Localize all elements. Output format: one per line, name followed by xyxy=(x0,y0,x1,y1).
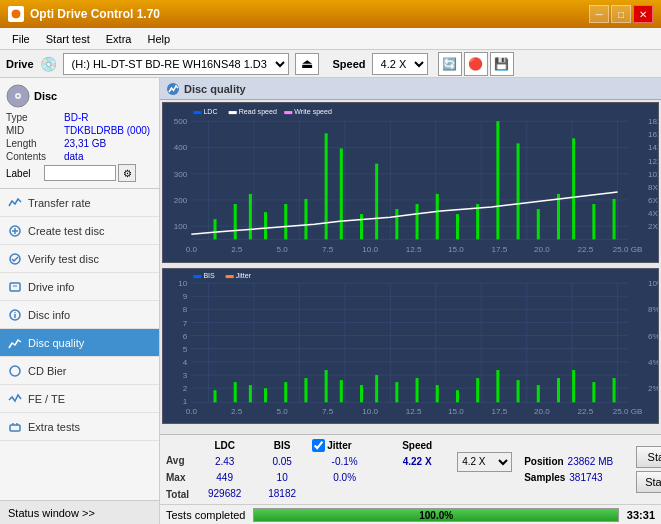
disc-mid-row: MID TDKBLDRBB (000) xyxy=(6,125,153,136)
start-full-button[interactable]: Start full xyxy=(636,446,661,468)
svg-rect-137 xyxy=(249,385,252,402)
sidebar-item-transfer-rate[interactable]: Transfer rate xyxy=(0,189,159,217)
svg-text:7.5: 7.5 xyxy=(322,407,334,416)
disc-mid-value: TDKBLDRBB (000) xyxy=(64,125,150,136)
sidebar-item-fe-te[interactable]: FE / TE xyxy=(0,385,159,413)
svg-text:10.0: 10.0 xyxy=(362,246,378,255)
svg-rect-157 xyxy=(193,275,201,278)
speed-select[interactable]: 4.2 X xyxy=(372,53,428,75)
disc-label-key: Label xyxy=(6,168,44,179)
svg-rect-152 xyxy=(537,385,540,402)
svg-rect-149 xyxy=(476,378,479,402)
speed-quality-select[interactable]: 4.2 X xyxy=(457,452,512,472)
svg-point-13 xyxy=(10,366,20,376)
svg-text:14X: 14X xyxy=(648,143,658,152)
menu-extra[interactable]: Extra xyxy=(98,31,140,47)
svg-text:0.0: 0.0 xyxy=(186,246,198,255)
svg-text:1: 1 xyxy=(183,397,188,406)
disc-mid-label: MID xyxy=(6,125,64,136)
svg-text:10: 10 xyxy=(178,279,187,288)
ldc-col-header: LDC xyxy=(214,438,235,454)
minimize-button[interactable]: ─ xyxy=(589,5,609,23)
position-label: Position xyxy=(524,456,563,467)
start-part-button[interactable]: Start part xyxy=(636,471,661,493)
svg-text:17.5: 17.5 xyxy=(492,407,508,416)
menu-help[interactable]: Help xyxy=(139,31,178,47)
sidebar-item-disc-info[interactable]: Disc info xyxy=(0,301,159,329)
drive-icon: 💿 xyxy=(40,56,57,72)
sidebar-item-cd-bier[interactable]: CD Bier xyxy=(0,357,159,385)
transfer-rate-icon xyxy=(8,196,22,210)
disc-label-button[interactable]: ⚙ xyxy=(118,164,136,182)
disc-type-value: BD-R xyxy=(64,112,88,123)
bis-chart-wrapper: 10 9 8 7 6 5 4 3 2 1 0.0 2.5 5.0 xyxy=(162,268,659,432)
sidebar-item-verify-test-disc[interactable]: Verify test disc xyxy=(0,245,159,273)
sidebar-label-disc-quality: Disc quality xyxy=(28,337,84,349)
svg-rect-135 xyxy=(214,390,217,402)
nav-section: Transfer rate Create test disc Verify te… xyxy=(0,189,159,500)
toolbar: 🔄 🔴 💾 xyxy=(438,52,514,76)
svg-text:6%: 6% xyxy=(648,332,658,341)
charts-area: 500 400 300 200 100 0.0 2.5 5.0 7.5 10.0… xyxy=(160,100,661,434)
bis-avg: 0.05 xyxy=(272,454,291,470)
disc-label-input[interactable] xyxy=(44,165,116,181)
svg-rect-74 xyxy=(476,204,479,239)
status-window-button[interactable]: Status window >> xyxy=(0,500,159,524)
svg-text:3: 3 xyxy=(183,371,188,380)
disc-type-label: Type xyxy=(6,112,64,123)
ldc-chart: 500 400 300 200 100 0.0 2.5 5.0 7.5 10.0… xyxy=(162,102,659,263)
sidebar-item-create-test-disc[interactable]: Create test disc xyxy=(0,217,159,245)
disc-panel-title: Disc xyxy=(34,90,57,102)
sidebar-label-extra-tests: Extra tests xyxy=(28,421,80,433)
stats-section: Avg Max Total LDC 2.43 449 929682 BIS 0.… xyxy=(160,434,661,504)
svg-text:0.0: 0.0 xyxy=(186,407,198,416)
svg-text:5: 5 xyxy=(183,345,188,354)
svg-point-12 xyxy=(14,311,15,312)
svg-text:12X: 12X xyxy=(648,157,658,166)
svg-rect-142 xyxy=(340,380,343,402)
toolbar-btn-2[interactable]: 🔴 xyxy=(464,52,488,76)
close-button[interactable]: ✕ xyxy=(633,5,653,23)
samples-label: Samples xyxy=(524,472,565,483)
toolbar-btn-3[interactable]: 💾 xyxy=(490,52,514,76)
app-icon xyxy=(8,6,24,22)
status-text: Tests completed xyxy=(166,509,245,521)
drive-info-icon xyxy=(8,280,22,294)
menu-file[interactable]: File xyxy=(4,31,38,47)
svg-rect-65 xyxy=(304,199,307,239)
cd-bier-icon xyxy=(8,364,22,378)
max-label: Max xyxy=(166,470,189,486)
fe-te-icon xyxy=(8,392,22,406)
svg-text:2.5: 2.5 xyxy=(231,246,243,255)
jitter-checkbox[interactable] xyxy=(312,439,325,452)
svg-rect-139 xyxy=(284,382,287,402)
eject-button[interactable]: ⏏ xyxy=(295,53,319,75)
drive-select[interactable]: (H:) HL-DT-ST BD-RE WH16NS48 1.D3 xyxy=(63,53,289,75)
svg-text:8X: 8X xyxy=(648,183,658,192)
sidebar-item-disc-quality[interactable]: Disc quality xyxy=(0,329,159,357)
maximize-button[interactable]: □ xyxy=(611,5,631,23)
menu-start-test[interactable]: Start test xyxy=(38,31,98,47)
svg-rect-159 xyxy=(226,275,234,278)
sidebar-item-extra-tests[interactable]: Extra tests xyxy=(0,413,159,441)
sidebar-label-cd-bier: CD Bier xyxy=(28,365,67,377)
svg-rect-84 xyxy=(229,111,237,114)
toolbar-btn-1[interactable]: 🔄 xyxy=(438,52,462,76)
svg-rect-136 xyxy=(234,382,237,402)
svg-rect-62 xyxy=(249,194,252,239)
svg-rect-143 xyxy=(360,385,363,402)
svg-text:12.5: 12.5 xyxy=(406,407,422,416)
svg-text:200: 200 xyxy=(174,196,188,205)
ldc-chart-svg: 500 400 300 200 100 0.0 2.5 5.0 7.5 10.0… xyxy=(163,103,658,260)
svg-rect-147 xyxy=(436,385,439,402)
svg-text:8%: 8% xyxy=(648,305,658,314)
svg-rect-146 xyxy=(416,378,419,402)
svg-text:20.0: 20.0 xyxy=(534,407,550,416)
disc-info-icon xyxy=(8,308,22,322)
svg-rect-88 xyxy=(163,269,658,421)
svg-text:4%: 4% xyxy=(648,358,658,367)
ldc-total: 929682 xyxy=(208,486,241,502)
ldc-avg: 2.43 xyxy=(215,454,234,470)
sidebar-item-drive-info[interactable]: Drive info xyxy=(0,273,159,301)
svg-rect-153 xyxy=(557,378,560,402)
